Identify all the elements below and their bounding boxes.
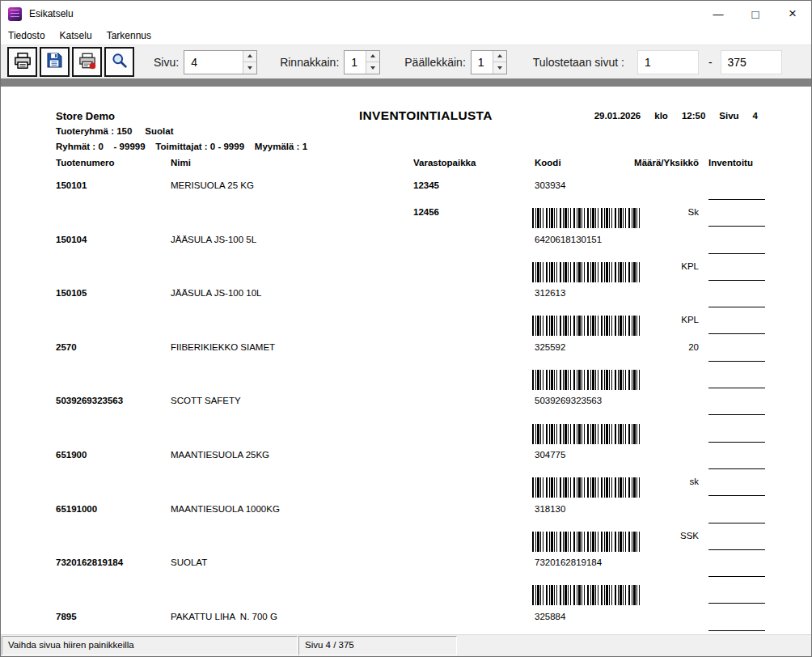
spin-up-icon (370, 54, 375, 57)
row-code: 5039269323563 (535, 396, 602, 405)
inventory-fill-line (708, 253, 765, 254)
row-product-name: FIIBERIKIEKKO SIAMET (171, 342, 275, 352)
table-row: 150105 JÄÄSULA JS-100 10L 312613 (1, 286, 811, 313)
report-product-group-line: Tuoteryhmä : 150 Suolat (56, 126, 174, 136)
row-product-name: MAANTIESUOLA 1000KG (171, 504, 280, 514)
inventory-fill-line (708, 549, 765, 550)
print-options-button[interactable] (72, 47, 102, 77)
row-product-number: 150104 (56, 235, 87, 244)
row-product-number: 651900 (56, 450, 87, 460)
column-header-varastopaikka: Varastopaikka (413, 158, 476, 167)
table-row: 12456 Sk (1, 206, 811, 232)
inventory-fill-line (708, 226, 765, 227)
row-product-name: SCOTT SAFETY (171, 396, 241, 405)
across-spin-down-button[interactable] (366, 61, 379, 74)
across-input[interactable]: 1 (345, 51, 366, 74)
spin-up-icon (247, 54, 252, 57)
report-date: 29.01.2026 (594, 111, 641, 121)
maximize-button[interactable]: □ (737, 1, 774, 27)
rinnakkain-label: Rinnakkain: (280, 56, 339, 69)
inventory-fill-line (708, 333, 765, 334)
page-input[interactable]: 4 (184, 51, 243, 74)
spin-down-icon (247, 66, 252, 70)
printer-settings-icon (78, 52, 96, 73)
row-product-name: SUOLAT (171, 557, 207, 567)
page-spin-down-button[interactable] (243, 61, 256, 74)
inventory-fill-line (708, 523, 765, 523)
inventory-fill-line (708, 495, 765, 496)
row-product-name: JÄÄSULA JS-100 10L (171, 288, 262, 298)
row-code: 312613 (535, 288, 565, 298)
table-row: 65191000 MAANTIESUOLA 1000KG 318130 (1, 502, 811, 529)
barcode-image (532, 585, 642, 605)
window-title: Esikatselu (29, 8, 74, 19)
table-row: 7320162819184 SUOLAT 7320162819184 (1, 556, 811, 583)
down-spin-up-button[interactable] (493, 51, 506, 62)
status-hint: Vaihda sivua hiiren painikkeilla (2, 636, 298, 655)
inventory-fill-line (708, 307, 765, 307)
table-row: 2570 FIIBERIKIEKKO SIAMET 325592 20 (1, 341, 811, 367)
row-product-number: 65191000 (56, 504, 97, 514)
print-pages-label: Tulostetaan sivut : (533, 56, 624, 69)
report-title: INVENTOINTIALUSTA (359, 108, 493, 123)
sivu-label: Sivu: (154, 56, 179, 69)
spin-down-icon (370, 66, 375, 70)
row-product-name: MERISUOLA 25 KG (171, 180, 254, 190)
row-storage-location: 12345 (413, 180, 439, 190)
page-spin-up-button[interactable] (243, 51, 256, 62)
preview-area[interactable]: Store Demo Tuoteryhmä : 150 Suolat Ryhmä… (1, 78, 811, 634)
row-product-number: 150101 (56, 180, 87, 190)
paallekkain-label: Päällekkäin: (404, 56, 466, 69)
row-storage-location: 12456 (413, 207, 439, 217)
down-spin-down-button[interactable] (493, 61, 506, 74)
window-controls: — □ × (700, 1, 811, 27)
across-spin-up-button[interactable] (366, 51, 379, 62)
report-page-number: 4 (753, 111, 758, 121)
row-product-number: 150105 (56, 288, 87, 298)
inventory-fill-line (708, 630, 765, 631)
menu-katselu[interactable]: Katselu (53, 28, 99, 43)
status-page-indicator: Sivu 4 / 375 (298, 636, 457, 655)
floppy-disk-icon (46, 52, 63, 72)
close-button[interactable]: × (774, 1, 811, 27)
row-code: 325884 (535, 612, 565, 621)
barcode-image (532, 424, 642, 444)
report-page-label: Sivu (719, 111, 738, 121)
across-spinner-arrows (366, 51, 379, 74)
table-row: KPL (1, 260, 811, 286)
app-icon (8, 7, 22, 21)
inventory-fill-line (708, 576, 765, 577)
menu-tiedosto[interactable]: Tiedosto (1, 28, 53, 43)
row-unit: Sk (607, 207, 699, 217)
print-range-to-input[interactable]: 375 (721, 50, 782, 74)
zoom-button[interactable] (104, 47, 134, 77)
menu-tarkennus[interactable]: Tarkennus (99, 28, 159, 43)
table-row: SSK (1, 529, 811, 556)
table-row (1, 583, 811, 609)
row-code: 7320162819184 (535, 557, 602, 567)
table-row: 7895 PAKATTU LIHA N. 700 G 325884 (1, 610, 811, 634)
minimize-button[interactable]: — (700, 1, 737, 27)
column-header-nimi: Nimi (171, 158, 191, 167)
table-row: sk (1, 475, 811, 502)
row-product-name: MAANTIESUOLA 25KG (171, 450, 269, 460)
report-page: Store Demo Tuoteryhmä : 150 Suolat Ryhmä… (1, 87, 811, 634)
down-spinner: 1 (471, 50, 507, 74)
magnifier-icon (111, 52, 128, 72)
row-code: 6420618130151 (535, 235, 602, 244)
barcode-image (532, 370, 642, 390)
title-bar: Esikatselu — □ × (1, 1, 811, 27)
down-spinner-arrows (493, 51, 506, 74)
row-unit: KPL (607, 261, 699, 271)
down-input[interactable]: 1 (472, 51, 493, 74)
row-unit: KPL (607, 315, 699, 324)
print-button[interactable] (7, 47, 37, 77)
inventory-fill-line (708, 361, 765, 362)
report-time: 12:50 (682, 111, 705, 121)
save-button[interactable] (40, 47, 70, 77)
inventory-fill-line (708, 442, 765, 443)
row-product-number: 7895 (56, 612, 77, 621)
page-spinner: 4 (184, 50, 257, 74)
print-range-from-input[interactable]: 1 (637, 50, 699, 74)
row-unit: 20 (607, 342, 699, 352)
